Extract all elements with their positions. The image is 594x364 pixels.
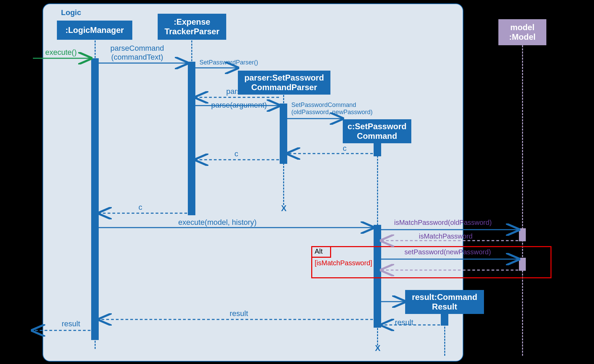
arrows-layer: [0, 0, 594, 364]
